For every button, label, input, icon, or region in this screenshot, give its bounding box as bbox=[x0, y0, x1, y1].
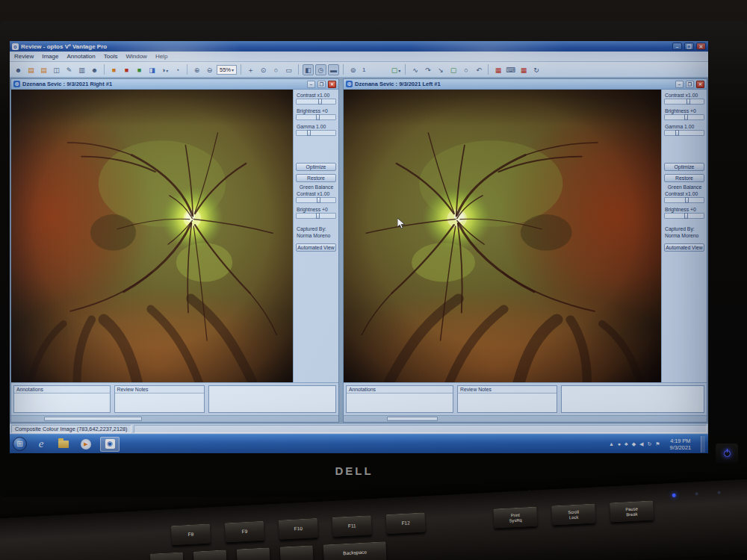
link-views-icon[interactable]: ⊚ bbox=[347, 64, 359, 75]
show-desktop-button[interactable] bbox=[701, 436, 705, 452]
fundus-image-right-eye[interactable] bbox=[11, 90, 293, 382]
save-icon[interactable]: ◫ bbox=[51, 64, 62, 75]
slider-thumb[interactable] bbox=[307, 130, 311, 136]
annotations-box[interactable]: Annotations bbox=[13, 385, 111, 413]
rect-select-icon[interactable]: ▭ bbox=[283, 64, 294, 75]
channel-composite-icon[interactable]: ■ bbox=[108, 64, 120, 75]
app-titlebar[interactable]: o Review - optos V² Vantage Pro – ❐ ✕ bbox=[10, 41, 708, 52]
menu-image[interactable]: Image bbox=[42, 53, 58, 60]
annotations-box[interactable]: Annotations bbox=[346, 385, 453, 413]
zoom-in-icon[interactable]: ⊕ bbox=[191, 64, 202, 75]
left-eye-minimize-button[interactable]: – bbox=[675, 81, 684, 88]
taskbar-clock[interactable]: 4:19 PM 9/3/2021 bbox=[666, 438, 695, 451]
contrast-slider[interactable] bbox=[664, 99, 704, 105]
draw-freehand-icon[interactable]: ∿ bbox=[409, 64, 421, 75]
security-tray-icon[interactable]: ● bbox=[618, 441, 621, 447]
right-eye-restore-button[interactable]: ❐ bbox=[317, 81, 326, 88]
ellipse-select-icon[interactable]: ○ bbox=[270, 64, 282, 75]
toggle-strip-icon[interactable]: ▬ bbox=[328, 64, 339, 75]
menu-window[interactable]: Window bbox=[125, 53, 146, 60]
slider-thumb[interactable] bbox=[686, 99, 690, 105]
gb-contrast-slider[interactable] bbox=[296, 197, 336, 203]
menu-review[interactable]: Review bbox=[14, 53, 34, 60]
volume-tray-icon[interactable]: ◀ bbox=[639, 441, 643, 447]
slider-thumb[interactable] bbox=[316, 213, 320, 219]
review-notes-list[interactable] bbox=[115, 393, 204, 412]
app-maximize-button[interactable]: ❐ bbox=[684, 43, 694, 50]
slider-thumb[interactable] bbox=[317, 197, 320, 203]
power-tray-icon[interactable]: ◆ bbox=[632, 441, 636, 447]
hscroll-thumb[interactable] bbox=[44, 417, 142, 421]
contrast-tool-icon[interactable]: ◑ bbox=[159, 64, 170, 75]
right-eye-minimize-button[interactable]: – bbox=[307, 81, 315, 88]
gb-brightness-slider[interactable] bbox=[296, 213, 336, 219]
app-close-button[interactable]: ✕ bbox=[696, 43, 706, 50]
internet-explorer-icon[interactable]: e bbox=[33, 437, 49, 452]
right-eye-titlebar[interactable]: ◎ Dzenana Sevic : 9/3/2021 Right #1 – ❐ … bbox=[11, 79, 338, 90]
menu-help[interactable]: Help bbox=[155, 53, 167, 60]
toggle-split-view-icon[interactable]: ◧ bbox=[303, 64, 314, 75]
gamma-slider[interactable] bbox=[664, 130, 704, 136]
zoom-out-icon[interactable]: ⊖ bbox=[204, 64, 215, 75]
hscroll-thumb[interactable] bbox=[387, 417, 438, 421]
toggle-timer-icon[interactable]: ◷ bbox=[315, 64, 326, 75]
network-tray-icon[interactable]: ♣ bbox=[624, 441, 628, 447]
brightness-slider[interactable] bbox=[664, 114, 704, 120]
right-eye-close-button[interactable]: ✕ bbox=[328, 81, 336, 88]
fundus-image-left-eye[interactable] bbox=[344, 90, 661, 382]
annotations-list[interactable] bbox=[347, 393, 453, 412]
patient-icon[interactable]: ☻ bbox=[13, 64, 24, 75]
invert-icon[interactable]: ◔ bbox=[172, 64, 183, 75]
right-eye-hscrollbar[interactable] bbox=[11, 415, 338, 422]
contrast-slider[interactable] bbox=[296, 99, 336, 105]
left-eye-close-button[interactable]: ✕ bbox=[696, 81, 704, 88]
open-folder-icon[interactable]: ▤ bbox=[38, 64, 49, 75]
sync-tray-icon[interactable]: ↻ bbox=[647, 441, 651, 447]
optos-taskbar-icon[interactable]: ◉ bbox=[100, 437, 120, 452]
keyboard-icon[interactable]: ⌨ bbox=[505, 64, 516, 75]
optimize-button[interactable]: Optimize bbox=[664, 163, 704, 171]
left-eye-restore-button[interactable]: ❐ bbox=[686, 81, 694, 88]
start-button[interactable]: ⊞ bbox=[13, 437, 27, 451]
review-notes-box[interactable]: Review Notes bbox=[114, 385, 205, 413]
show-hidden-icons-icon[interactable]: ▲ bbox=[609, 441, 614, 447]
menu-tools[interactable]: Tools bbox=[104, 53, 118, 60]
restore-button[interactable]: Restore bbox=[664, 174, 704, 182]
automated-view-button[interactable]: Automated View bbox=[296, 243, 336, 252]
slider-thumb[interactable] bbox=[316, 114, 320, 120]
channel-green-icon[interactable]: ■ bbox=[134, 64, 145, 75]
add-user-icon[interactable]: ☻ bbox=[89, 64, 100, 75]
file-explorer-icon[interactable] bbox=[55, 437, 72, 452]
brightness-slider[interactable] bbox=[296, 114, 336, 120]
magnifier-icon[interactable]: ⊙ bbox=[258, 64, 269, 75]
draw-arrow-icon[interactable]: ↘ bbox=[435, 64, 446, 75]
pan-icon[interactable]: ＋ bbox=[245, 64, 256, 75]
slider-thumb[interactable] bbox=[685, 197, 689, 203]
print-icon[interactable]: ▥ bbox=[76, 64, 87, 75]
review-notes-box[interactable]: Review Notes bbox=[457, 385, 557, 413]
gb-brightness-slider[interactable] bbox=[664, 213, 704, 219]
review-notes-list[interactable] bbox=[458, 393, 557, 412]
flag-icon[interactable]: ▦ bbox=[518, 64, 529, 75]
left-eye-titlebar[interactable]: ◎ Dzenana Sevic : 9/3/2021 Left #1 – ❐ ✕ bbox=[344, 79, 707, 90]
zoom-level-select[interactable]: 55% bbox=[217, 65, 237, 75]
slider-thumb[interactable] bbox=[684, 213, 688, 219]
draw-ellipse-icon[interactable]: ○ bbox=[460, 64, 471, 75]
channel-red-icon[interactable]: ■ bbox=[121, 64, 132, 75]
channel-split-icon[interactable]: ◨ bbox=[146, 64, 158, 75]
left-eye-hscrollbar[interactable] bbox=[344, 415, 707, 422]
restore-button[interactable]: Restore bbox=[296, 174, 336, 182]
app-minimize-button[interactable]: – bbox=[672, 43, 682, 50]
slider-thumb[interactable] bbox=[675, 130, 679, 136]
menu-annotation[interactable]: Annotation bbox=[66, 53, 95, 60]
optimize-button[interactable]: Optimize bbox=[296, 163, 336, 171]
draw-note-icon[interactable]: ▢ bbox=[447, 64, 459, 75]
slider-thumb[interactable] bbox=[318, 99, 322, 105]
edit-icon[interactable]: ✎ bbox=[63, 64, 75, 75]
new-annotation-icon[interactable]: ▢ bbox=[390, 64, 401, 75]
refresh-icon[interactable]: ↻ bbox=[530, 64, 542, 75]
slider-thumb[interactable] bbox=[684, 114, 688, 120]
open-image-icon[interactable]: ▤ bbox=[25, 64, 37, 75]
action-center-tray-icon[interactable]: ⚑ bbox=[655, 441, 660, 447]
automated-view-button[interactable]: Automated View bbox=[664, 243, 704, 252]
